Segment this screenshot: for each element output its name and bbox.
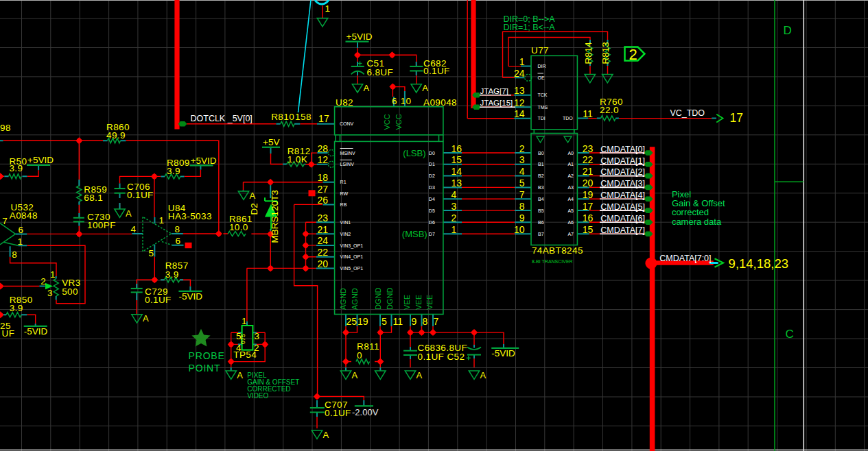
svg-text:2: 2 (254, 343, 259, 353)
svg-text:A: A (417, 370, 423, 380)
svg-text:3: 3 (47, 288, 53, 298)
svg-text:23: 23 (317, 212, 328, 223)
svg-text:9,14,18,23: 9,14,18,23 (729, 256, 788, 271)
svg-text:13: 13 (514, 85, 525, 96)
svg-text:8: 8 (423, 316, 428, 327)
svg-text:1: 1 (159, 215, 165, 226)
svg-text:7: 7 (434, 316, 439, 327)
svg-text:-5VID: -5VID (491, 348, 515, 358)
svg-text:8: 8 (12, 249, 17, 260)
svg-text:49.9: 49.9 (106, 130, 126, 141)
svg-text:B5: B5 (538, 208, 544, 213)
svg-text:A09048: A09048 (423, 97, 457, 108)
svg-text:RB: RB (340, 202, 347, 207)
svg-text:VIN3_OP1: VIN3_OP1 (340, 243, 364, 249)
svg-text:(LSB): (LSB) (403, 148, 425, 158)
svg-text:8: 8 (175, 224, 180, 234)
svg-text:A2: A2 (567, 173, 574, 178)
svg-text:+5V: +5V (263, 137, 279, 147)
svg-text:A6: A6 (567, 220, 574, 225)
svg-text:camera data: camera data (672, 217, 722, 227)
svg-text:D6: D6 (429, 220, 435, 225)
svg-text:8-BI TRANSCIVER: 8-BI TRANSCIVER (532, 259, 573, 264)
svg-text:9: 9 (519, 212, 525, 223)
svg-text:TCK: TCK (538, 93, 548, 97)
svg-text:A1: A1 (567, 162, 574, 167)
svg-text:17: 17 (583, 201, 594, 212)
svg-text:10: 10 (401, 96, 412, 106)
svg-text:22: 22 (583, 154, 594, 165)
svg-text:3: 3 (519, 154, 525, 165)
svg-text:1: 1 (325, 3, 331, 14)
svg-text:A: A (323, 430, 329, 440)
svg-text:68.1: 68.1 (84, 193, 103, 203)
svg-text:A: A (422, 83, 428, 93)
svg-text:10.0: 10.0 (229, 222, 248, 232)
svg-text:DGND: DGND (386, 288, 394, 310)
svg-text:26: 26 (317, 195, 328, 206)
svg-text:A0: A0 (567, 151, 574, 156)
svg-text:158: 158 (295, 112, 312, 122)
svg-text:VCC: VCC (395, 114, 403, 130)
svg-text:28: 28 (317, 143, 328, 154)
svg-text:0.1UF: 0.1UF (325, 408, 351, 418)
svg-text:0.1UF: 0.1UF (127, 190, 154, 200)
svg-text:OE: OE (538, 75, 545, 80)
svg-text:3.9: 3.9 (167, 166, 180, 176)
svg-text:5: 5 (149, 248, 154, 258)
svg-text:7: 7 (2, 216, 8, 226)
svg-text:UF: UF (2, 328, 15, 339)
svg-text:CONV: CONV (340, 121, 354, 126)
svg-text:4: 4 (451, 189, 457, 200)
svg-text:12: 12 (317, 154, 328, 165)
svg-text:12: 12 (514, 97, 525, 108)
svg-text:VEE: VEE (403, 295, 411, 310)
svg-text:B2: B2 (538, 173, 544, 178)
svg-text:CMDATA[7:0]: CMDATA[7:0] (659, 254, 711, 263)
svg-text:D4: D4 (429, 197, 435, 202)
svg-text:20: 20 (583, 178, 594, 188)
svg-text:5: 5 (519, 178, 525, 188)
svg-text:1: 1 (519, 56, 525, 67)
svg-text:D7: D7 (429, 232, 435, 236)
svg-text:98: 98 (0, 123, 11, 133)
svg-text:DIR=1; B<--A: DIR=1; B<--A (504, 23, 556, 32)
svg-text:VCC: VCC (383, 114, 391, 130)
svg-text:PROBE: PROBE (189, 350, 225, 361)
svg-text:1: 1 (242, 316, 247, 326)
svg-text:0: 0 (357, 350, 362, 361)
svg-text:R813: R813 (600, 42, 611, 64)
svg-text:7: 7 (519, 189, 525, 200)
svg-text:13: 13 (451, 178, 462, 188)
svg-text:1: 1 (18, 236, 23, 247)
svg-text:500: 500 (62, 287, 78, 297)
svg-text:DGND: DGND (374, 288, 382, 310)
svg-text:075: 075 (239, 334, 246, 344)
svg-text:3: 3 (451, 201, 457, 212)
svg-text:1: 1 (451, 224, 457, 235)
svg-text:9: 9 (412, 316, 417, 327)
svg-text:22.0: 22.0 (600, 105, 619, 115)
svg-text:R814: R814 (583, 42, 594, 64)
svg-text:18: 18 (317, 172, 328, 183)
svg-text:D1: D1 (429, 162, 435, 167)
svg-text:RW: RW (340, 191, 349, 196)
svg-text:POINT: POINT (189, 363, 221, 374)
svg-text:VC_TDO: VC_TDO (670, 108, 705, 118)
svg-text:B6: B6 (538, 220, 544, 225)
svg-text:8: 8 (519, 201, 525, 212)
svg-text:A: A (364, 83, 370, 93)
svg-text:D5: D5 (429, 208, 435, 213)
svg-text:-5VID: -5VID (24, 326, 48, 337)
svg-text:16: 16 (451, 143, 462, 154)
svg-text:A0848: A0848 (10, 210, 38, 221)
svg-text:6: 6 (392, 96, 397, 106)
svg-text:19: 19 (357, 316, 368, 327)
svg-text:VIN1: VIN1 (340, 220, 351, 225)
svg-text:20: 20 (317, 258, 328, 269)
svg-text:A: A (237, 370, 243, 380)
svg-text:D: D (784, 24, 792, 37)
svg-text:VIN2: VIN2 (340, 232, 351, 236)
svg-text:21: 21 (583, 166, 594, 177)
svg-text:0.1UF: 0.1UF (145, 295, 172, 305)
